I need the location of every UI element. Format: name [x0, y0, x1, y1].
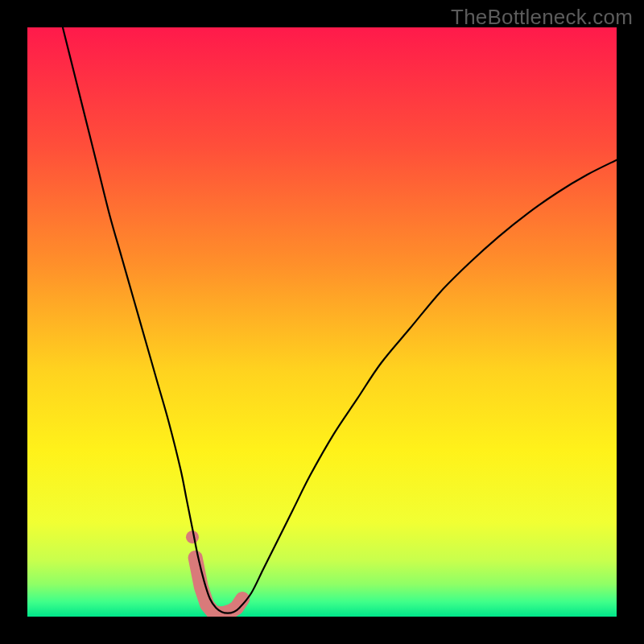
watermark-text: TheBottleneck.com	[451, 5, 633, 30]
chart-frame: TheBottleneck.com	[0, 0, 644, 644]
chart-svg	[27, 27, 617, 617]
gradient-background	[27, 27, 617, 617]
plot-area	[27, 27, 617, 617]
